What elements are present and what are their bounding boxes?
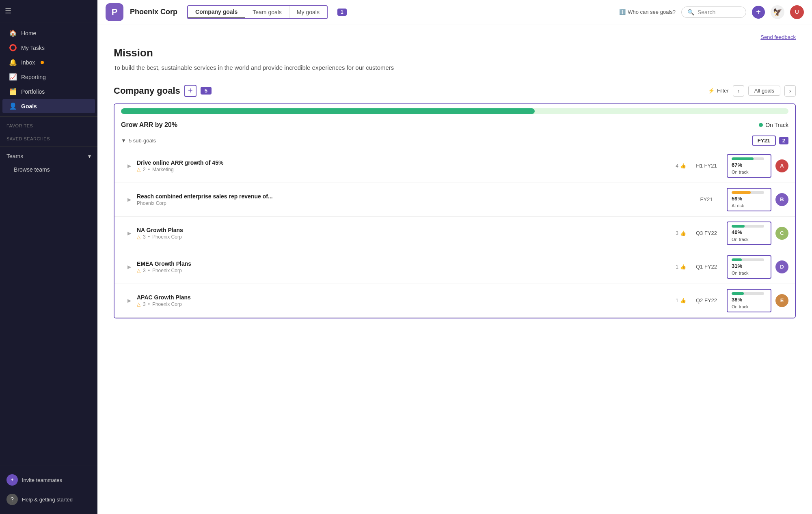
mini-status: On track — [732, 237, 749, 242]
invite-teammates-item[interactable]: + Invite teammates — [0, 470, 97, 490]
hamburger-icon[interactable]: ☰ — [5, 6, 11, 15]
sidebar-item-portfolios[interactable]: 🗂️ Portfolios — [2, 84, 95, 99]
teams-header[interactable]: Teams ▾ — [0, 150, 97, 163]
sidebar-item-label: Reporting — [21, 74, 46, 80]
tab-company-goals[interactable]: Company goals — [188, 6, 245, 18]
mini-status: On track — [732, 304, 749, 309]
mission-title: Mission — [114, 47, 796, 59]
main-area: P Phoenix Corp Company goals Team goals … — [97, 0, 812, 514]
search-placeholder: Search — [698, 9, 715, 15]
goals-nav-next[interactable]: › — [784, 85, 796, 97]
sidebar-item-goals[interactable]: 👤 Goals — [2, 99, 95, 113]
search-box[interactable]: 🔍 Search — [681, 6, 746, 18]
thumbs-icon: 👍 — [680, 264, 686, 270]
subgoal-avatar: B — [775, 193, 788, 206]
portfolios-icon: 🗂️ — [9, 88, 17, 95]
home-icon: 🏠 — [9, 29, 17, 37]
filter-icon: ⚡ — [708, 88, 715, 94]
subgoal-tag: Phoenix Corp — [137, 200, 166, 206]
filter-label: Filter — [717, 88, 729, 94]
subgoal-badge-num: 2 — [779, 137, 788, 144]
inbox-icon: 🔔 — [9, 58, 17, 66]
user-avatar[interactable]: U — [790, 5, 804, 19]
send-feedback-link[interactable]: Send feedback — [114, 34, 796, 40]
progress-bar-fill — [121, 108, 535, 114]
main-goal-row: Grow ARR by 20% On Track — [114, 118, 795, 132]
warn-count: 3 — [143, 268, 146, 273]
mini-pct: 59% — [732, 196, 742, 202]
mini-bar — [732, 157, 764, 160]
subgoal-name: NA Growth Plans — [137, 227, 672, 233]
goal-likes: 1 👍 — [676, 298, 686, 303]
goal-period: FY21 — [690, 196, 723, 202]
notification-icon[interactable]: 🦅 — [771, 5, 784, 19]
goal-period: H1 FY21 — [690, 163, 723, 169]
expand-icon[interactable]: ▶ — [127, 264, 131, 270]
goals-nav-prev[interactable]: ‹ — [733, 85, 744, 97]
status-dot-green — [759, 123, 763, 127]
company-name: Phoenix Corp — [130, 8, 177, 16]
sidebar: ☰ 🏠 Home ⭕ My Tasks 🔔 Inbox 📈 Reporting … — [0, 0, 97, 514]
help-icon: ? — [6, 494, 18, 505]
filter-button[interactable]: ⚡ Filter — [708, 88, 729, 94]
mission-text: To build the best, sustainable services … — [114, 63, 398, 73]
subgoal-name: EMEA Growth Plans — [137, 260, 672, 267]
subgoals-label: 5 sub-goals — [129, 138, 156, 144]
goal-period: Q2 FY22 — [690, 297, 723, 303]
add-goal-button[interactable]: + — [184, 85, 197, 97]
sidebar-item-label: My Tasks — [21, 45, 45, 51]
mini-bar-fill — [732, 292, 744, 295]
thumbs-icon: 👍 — [680, 230, 686, 236]
progress-bar — [121, 108, 788, 114]
sidebar-item-reporting[interactable]: 📈 Reporting — [2, 70, 95, 84]
tab-my-goals[interactable]: My goals — [289, 6, 327, 18]
likes-count: 1 — [676, 264, 678, 270]
likes-count: 1 — [676, 298, 678, 303]
tasks-icon: ⭕ — [9, 44, 17, 52]
subgoal-meta: △ 3 • Phoenix Corp — [137, 301, 672, 307]
expand-icon[interactable]: ▶ — [127, 163, 131, 169]
subgoals-toggle[interactable]: ▼ 5 sub-goals — [121, 138, 156, 144]
goals-period-selector[interactable]: All goals — [748, 86, 780, 96]
expand-icon[interactable]: ▶ — [127, 197, 131, 202]
mini-pct: 40% — [732, 229, 742, 235]
sidebar-item-my-tasks[interactable]: ⭕ My Tasks — [2, 41, 95, 55]
who-can-see-button[interactable]: ℹ️ Who can see goals? — [619, 9, 676, 15]
table-row: ▶ APAC Growth Plans △ 3 • Phoenix Corp 1… — [114, 284, 795, 318]
sidebar-item-browse-teams[interactable]: Browse teams — [2, 163, 95, 176]
tab-team-goals[interactable]: Team goals — [245, 6, 289, 18]
invite-teammates-label: Invite teammates — [22, 477, 62, 483]
goal-progress-mini: 59% At risk — [727, 188, 771, 211]
mini-status: On track — [732, 271, 749, 275]
table-row: ▶ Reach combined enterprise sales rep re… — [114, 183, 795, 217]
inbox-notification-dot — [41, 61, 44, 64]
thumbs-icon: 👍 — [680, 163, 686, 169]
subgoal-info: APAC Growth Plans △ 3 • Phoenix Corp — [137, 294, 672, 307]
expand-icon[interactable]: ▶ — [127, 230, 131, 236]
sidebar-bottom: + Invite teammates ? Help & getting star… — [0, 465, 97, 514]
add-button[interactable]: + — [752, 6, 765, 19]
sidebar-divider-2 — [0, 146, 97, 146]
subgoal-info: NA Growth Plans △ 3 • Phoenix Corp — [137, 227, 672, 240]
goal-likes: 1 👍 — [676, 264, 686, 270]
sidebar-item-inbox[interactable]: 🔔 Inbox — [2, 55, 95, 69]
invite-avatar: + — [6, 474, 18, 486]
sidebar-item-label: Inbox — [21, 59, 35, 66]
expand-icon[interactable]: ▶ — [127, 298, 131, 303]
subgoal-name: Drive online ARR growth of 45% — [137, 159, 672, 166]
warn-icon: △ — [137, 301, 140, 307]
help-item[interactable]: ? Help & getting started — [0, 490, 97, 509]
teams-label: Teams — [6, 153, 23, 159]
mini-bar — [732, 191, 764, 194]
mini-pct: 67% — [732, 162, 742, 168]
goal-period: Q1 FY22 — [690, 264, 723, 270]
mini-pct: 38% — [732, 297, 742, 303]
subgoal-meta: △ 3 • Phoenix Corp — [137, 268, 672, 273]
mini-status: At risk — [732, 203, 744, 208]
goal-likes: 4 👍 — [676, 163, 686, 169]
sidebar-item-home[interactable]: 🏠 Home — [2, 26, 95, 40]
warn-count: 3 — [143, 301, 146, 307]
warn-count: 2 — [143, 167, 146, 172]
header-badge: 1 — [337, 9, 347, 16]
thumbs-icon: 👍 — [680, 298, 686, 303]
